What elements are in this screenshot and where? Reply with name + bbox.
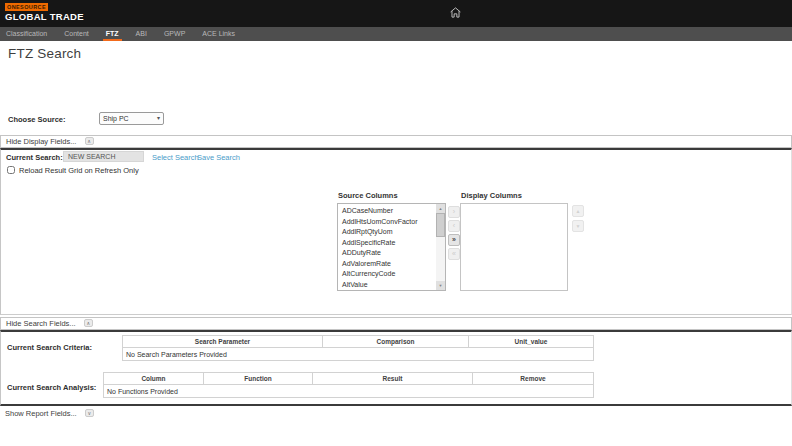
table-row: No Search Parameters Provided — [123, 348, 594, 361]
save-search-link[interactable]: Save Search — [197, 153, 240, 162]
source-list-scrollbar[interactable]: ▲ ▼ — [436, 204, 445, 290]
remove-column-button[interactable]: ‹ — [448, 220, 460, 232]
empty-analysis-message: No Functions Provided — [104, 385, 594, 398]
current-search-analysis-label: Current Search Analysis: — [7, 383, 96, 392]
display-columns-listbox[interactable] — [460, 203, 568, 291]
page-title: FTZ Search — [8, 46, 81, 61]
table-header-row: Search Parameter Comparison Unit_value — [123, 336, 594, 348]
table-row: No Functions Provided — [104, 385, 594, 398]
column-header: Unit_value — [469, 336, 594, 348]
current-search-criteria-label: Current Search Criteria: — [7, 343, 92, 352]
list-item[interactable]: AltCurrencyCode — [338, 269, 445, 280]
search-criteria-table: Search Parameter Comparison Unit_value N… — [122, 335, 594, 361]
display-fields-section: Current Search: Select Search Save Searc… — [0, 148, 792, 315]
ftz-search-page: { "header": { "brand_badge": "ONESOURCE"… — [0, 0, 792, 446]
list-item[interactable]: AddlHtsUomConvFactor — [338, 217, 445, 228]
expand-icon[interactable]: ∨ — [85, 409, 94, 417]
display-columns-label: Display Columns — [461, 191, 522, 200]
column-header: Column — [104, 373, 204, 385]
display-fields-toggle-label: Hide Display Fields... — [6, 137, 76, 146]
remove-all-columns-button[interactable]: « — [448, 248, 460, 260]
report-fields-toggle-bar[interactable]: Show Report Fields... ∨ — [5, 409, 94, 418]
chevron-down-icon: ▾ — [157, 113, 160, 124]
scroll-down-icon[interactable]: ▼ — [436, 281, 445, 290]
source-columns-listbox[interactable]: ADCaseNumber AddlHtsUomConvFactor AddlRp… — [337, 203, 446, 291]
table-header-row: Column Function Result Remove — [104, 373, 594, 385]
list-item[interactable]: AddlSpecificRate — [338, 238, 445, 249]
report-fields-toggle-label: Show Report Fields... — [5, 409, 77, 418]
list-item[interactable]: AdValoremRate — [338, 259, 445, 270]
source-columns-list: ADCaseNumber AddlHtsUomConvFactor AddlRp… — [338, 204, 445, 290]
reload-result-grid-label: Reload Result Grid on Refresh Only — [19, 166, 139, 175]
column-header: Search Parameter — [123, 336, 323, 348]
top-app-bar: ONESOURCE GLOBAL TRADE — [0, 0, 792, 27]
source-select-value: Ship PC — [103, 115, 129, 122]
scroll-up-icon[interactable]: ▲ — [436, 204, 445, 213]
column-header: Function — [204, 373, 313, 385]
collapse-icon[interactable]: ∧ — [84, 319, 93, 327]
list-item[interactable]: ADDutyRate — [338, 248, 445, 259]
tab-ace-links[interactable]: ACE Links — [201, 27, 236, 41]
move-down-button[interactable]: ▼ — [572, 220, 584, 232]
search-fields-toggle-bar[interactable]: Hide Search Fields... ∧ — [0, 317, 792, 330]
tab-classification[interactable]: Classification — [5, 27, 48, 41]
empty-criteria-message: No Search Parameters Provided — [123, 348, 594, 361]
column-header: Result — [313, 373, 473, 385]
scrollbar-thumb[interactable] — [436, 213, 445, 237]
move-up-button[interactable]: ▲ — [572, 205, 584, 217]
display-fields-toggle-bar[interactable]: Hide Display Fields... ∧ — [0, 135, 792, 148]
current-search-label: Current Search: — [6, 153, 63, 162]
column-header: Remove — [473, 373, 594, 385]
select-search-link[interactable]: Select Search — [152, 153, 199, 162]
search-analysis-table: Column Function Result Remove No Functio… — [103, 372, 594, 398]
tab-ftz[interactable]: FTZ — [105, 27, 120, 41]
current-search-input[interactable] — [63, 151, 144, 162]
product-name: GLOBAL TRADE — [5, 11, 84, 22]
tab-abi[interactable]: ABI — [135, 27, 148, 41]
tab-gpwp[interactable]: GPWP — [163, 27, 186, 41]
search-fields-section: Current Search Criteria: Search Paramete… — [0, 330, 792, 406]
list-item[interactable]: AltValue — [338, 280, 445, 291]
main-nav: Classification Content FTZ ABI GPWP ACE … — [0, 27, 792, 41]
tab-content[interactable]: Content — [63, 27, 90, 41]
source-columns-label: Source Columns — [338, 191, 398, 200]
search-fields-toggle-label: Hide Search Fields... — [6, 319, 76, 328]
source-select[interactable]: Ship PC ▾ — [99, 112, 164, 125]
column-header: Comparison — [323, 336, 469, 348]
collapse-icon[interactable]: ∧ — [85, 137, 94, 145]
reload-result-grid-checkbox[interactable] — [7, 166, 15, 174]
list-item[interactable]: ADCaseNumber — [338, 206, 445, 217]
list-item[interactable]: AddlRptQtyUom — [338, 227, 445, 238]
add-column-button[interactable]: › — [448, 206, 460, 218]
home-icon[interactable] — [449, 5, 464, 20]
onesource-brand-badge: ONESOURCE — [5, 3, 48, 11]
choose-source-label: Choose Source: — [8, 115, 66, 124]
add-all-columns-button[interactable]: » — [448, 234, 460, 246]
